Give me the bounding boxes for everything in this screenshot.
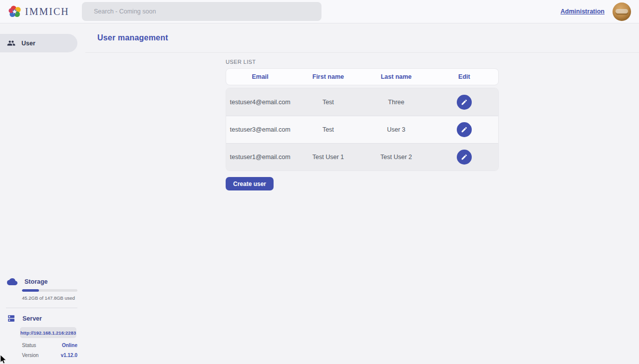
immich-flower-icon	[8, 4, 22, 18]
cell-email: testuser4@email.com	[226, 99, 294, 106]
user-list-label: USER LIST	[226, 59, 639, 65]
version-label: Version	[22, 353, 38, 358]
header-email: Email	[226, 73, 294, 80]
table-row: testuser4@email.com Test Three	[226, 88, 498, 116]
pencil-icon	[461, 126, 468, 133]
admin-sidebar: User Storage 45.2GB of 147.8GB used Serv…	[0, 23, 85, 364]
table-body: testuser4@email.com Test Three testuser3…	[226, 88, 499, 171]
app-logo[interactable]: IMMICH	[0, 4, 82, 18]
search-input[interactable]	[82, 2, 321, 21]
edit-user-button[interactable]	[457, 150, 472, 165]
cell-first-name: Test	[294, 99, 362, 106]
cell-last-name: User 3	[362, 126, 430, 133]
table-row: testuser3@email.com Test User 3	[226, 116, 498, 143]
storage-progress-bar	[22, 289, 77, 292]
sidebar-item-user[interactable]: User	[0, 34, 77, 52]
status-value: Online	[62, 343, 77, 348]
server-url-badge: http://192.168.1.216:2283	[20, 327, 76, 338]
status-label: Status	[22, 343, 36, 348]
edit-user-button[interactable]	[457, 95, 472, 110]
header-edit: Edit	[430, 73, 498, 80]
version-value: v1.12.0	[61, 353, 77, 358]
server-icon	[7, 314, 15, 323]
table-row: testuser1@email.com Test User 1 Test Use…	[226, 143, 498, 171]
top-navbar: IMMICH Administration	[0, 0, 639, 23]
cell-last-name: Test User 2	[362, 154, 430, 161]
user-avatar[interactable]	[613, 2, 631, 21]
storage-progress-fill	[22, 289, 39, 292]
table-header-row: Email First name Last name Edit	[226, 68, 499, 85]
main-panel: User management USER LIST Email First na…	[85, 23, 639, 364]
page-header: User management	[85, 23, 639, 53]
server-title: Server	[22, 315, 42, 322]
cloud-storage-icon	[7, 278, 17, 285]
cell-email: testuser3@email.com	[226, 126, 294, 133]
header-last-name: Last name	[362, 73, 430, 80]
server-version-row: Version v1.12.0	[22, 353, 77, 358]
page-title: User management	[97, 33, 168, 42]
cell-last-name: Three	[362, 99, 430, 106]
storage-used-label: 45.2GB of 147.8GB used	[22, 295, 85, 301]
users-group-icon	[7, 39, 15, 47]
create-user-button[interactable]: Create user	[226, 177, 274, 190]
storage-title: Storage	[24, 278, 48, 285]
sidebar-footer-divider	[6, 308, 77, 308]
brand-wordmark: IMMICH	[25, 6, 69, 17]
sidebar-footer: Storage 45.2GB of 147.8GB used Server ht…	[0, 278, 85, 358]
sidebar-item-user-label: User	[21, 40, 35, 47]
edit-user-button[interactable]	[457, 122, 472, 137]
pencil-icon	[461, 99, 468, 106]
administration-link[interactable]: Administration	[561, 8, 605, 15]
header-first-name: First name	[294, 73, 362, 80]
server-status-row: Status Online	[22, 343, 77, 348]
pencil-icon	[461, 154, 468, 161]
cell-email: testuser1@email.com	[226, 154, 294, 161]
cell-first-name: Test User 1	[294, 154, 362, 161]
user-table: Email First name Last name Edit testuser…	[226, 68, 499, 171]
cell-first-name: Test	[294, 126, 362, 133]
